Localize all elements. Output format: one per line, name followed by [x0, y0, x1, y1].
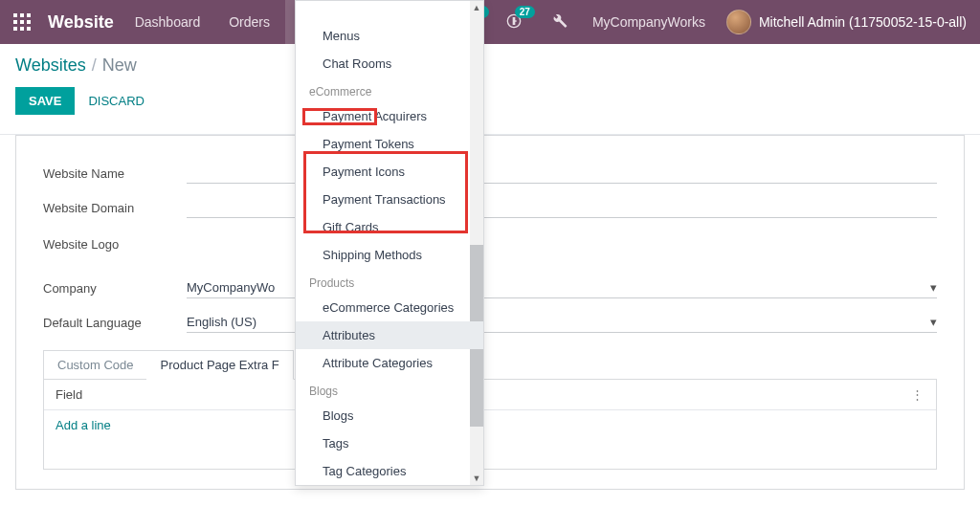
menu-header-products: Products: [296, 269, 483, 294]
scroll-up-arrow[interactable]: ▲: [470, 1, 483, 14]
activity-icon[interactable]: 27: [502, 10, 525, 35]
menu-tag-categories[interactable]: Tag Categories: [296, 457, 483, 479]
label-website-name: Website Name: [43, 166, 187, 181]
chevron-down-icon: ▾: [930, 315, 937, 329]
config-dropdown: ▲ ▼ Menus Chat Rooms eCommerce Payment A…: [295, 0, 484, 486]
apps-icon[interactable]: [13, 13, 31, 31]
menu-payment-icons[interactable]: Payment Icons: [296, 158, 483, 186]
breadcrumb: Websites / New: [15, 55, 965, 76]
menu-gift-cards[interactable]: Gift Cards: [296, 213, 483, 241]
breadcrumb-root[interactable]: Websites: [15, 55, 86, 76]
kebab-icon[interactable]: ⋮: [911, 387, 924, 402]
tab-content: Field ⋮ Add a line: [43, 379, 937, 470]
nav-orders[interactable]: Orders: [221, 7, 278, 37]
discard-button[interactable]: DISCARD: [88, 94, 145, 108]
username: Mitchell Admin (11750052-15-0-all): [759, 14, 967, 30]
tabs: Custom Code Product Page Extra F: [43, 350, 937, 379]
scroll-down-arrow[interactable]: ▼: [470, 472, 483, 485]
menu-attributes[interactable]: Attributes: [296, 321, 483, 349]
tools-icon[interactable]: [548, 10, 571, 35]
activity-badge: 27: [515, 6, 535, 18]
app-brand[interactable]: Website: [48, 12, 114, 33]
add-line[interactable]: Add a line: [44, 410, 936, 440]
menu-shipping-methods[interactable]: Shipping Methods: [296, 241, 483, 269]
company-switcher[interactable]: MyCompanyWorks: [592, 14, 705, 30]
avatar: [726, 10, 751, 34]
user-menu[interactable]: Mitchell Admin (11750052-15-0-all): [726, 10, 967, 34]
menu-tags[interactable]: Tags: [296, 429, 483, 457]
save-button[interactable]: SAVE: [15, 87, 75, 115]
label-website-domain: Website Domain: [43, 201, 187, 215]
menu-blogs[interactable]: Blogs: [296, 402, 483, 429]
menu-chatrooms[interactable]: Chat Rooms: [296, 50, 483, 77]
tab-custom-code[interactable]: Custom Code: [43, 350, 146, 380]
menu-payment-acquirers[interactable]: Payment Acquirers: [296, 102, 483, 130]
control-bar: Websites / New SAVE DISCARD: [0, 44, 980, 124]
top-navbar: Website Dashboard Orders 6 27 MyCompanyW…: [0, 0, 980, 44]
menu-header-ecommerce: eCommerce: [296, 77, 483, 102]
select-language-value: English (US): [187, 315, 256, 329]
form-sheet: Website Name Website Domain Website Logo…: [15, 135, 965, 490]
menu-header-blogs: Blogs: [296, 377, 483, 402]
menu-ecommerce-categories[interactable]: eCommerce Categories: [296, 294, 483, 321]
label-language: Default Language: [43, 316, 187, 330]
breadcrumb-current: New: [102, 55, 137, 76]
menu-attribute-categories[interactable]: Attribute Categories: [296, 349, 483, 377]
chevron-down-icon: ▾: [930, 280, 937, 295]
menu-menus[interactable]: Menus: [296, 22, 483, 50]
breadcrumb-sep: /: [92, 55, 97, 76]
label-company: Company: [43, 281, 187, 296]
menu-payment-transactions[interactable]: Payment Transactions: [296, 186, 483, 213]
menu-payment-tokens[interactable]: Payment Tokens: [296, 130, 483, 158]
select-company-value: MyCompanyWo: [187, 280, 275, 295]
tab-product-extra[interactable]: Product Page Extra F: [146, 350, 293, 380]
nav-dashboard[interactable]: Dashboard: [127, 7, 209, 37]
label-website-logo: Website Logo: [43, 237, 187, 252]
col-field: Field: [56, 387, 82, 402]
